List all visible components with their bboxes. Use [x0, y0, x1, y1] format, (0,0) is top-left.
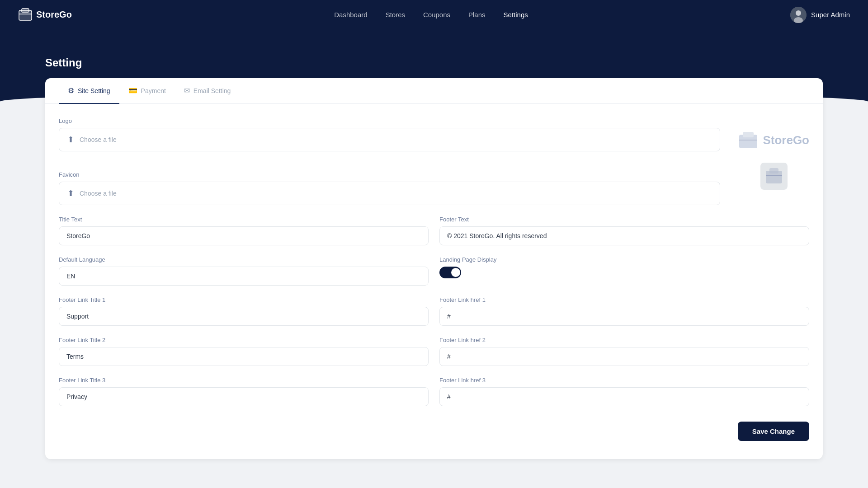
footer-link-2-section: Footer Link Title 2 Footer Link href 2 — [59, 337, 809, 366]
payment-icon: 💳 — [128, 86, 137, 95]
landing-page-display-wrapper: Landing Page Display — [439, 256, 809, 286]
tab-payment[interactable]: 💳 Payment — [119, 78, 175, 104]
toggle-thumb — [451, 268, 460, 277]
email-setting-icon: ✉ — [184, 86, 190, 95]
site-setting-icon: ⚙ — [68, 86, 74, 95]
card-content: Logo ⬆ Choose a file Favicon ⬆ Choose a … — [45, 104, 823, 459]
language-landing-section: Default Language Landing Page Display — [59, 256, 809, 286]
footer-text-field-wrapper: Footer Text — [439, 216, 809, 245]
landing-page-toggle[interactable] — [439, 267, 461, 278]
title-text-field-wrapper: Title Text — [59, 216, 429, 245]
header: StoreGo Dashboard Stores Coupons Plans S… — [0, 0, 868, 29]
footer-link-3-section: Footer Link Title 3 Footer Link href 3 — [59, 377, 809, 406]
landing-page-display-label: Landing Page Display — [439, 256, 809, 263]
tabs-bar: ⚙ Site Setting 💳 Payment ✉ Email Setting — [45, 78, 823, 104]
tab-site-setting-label: Site Setting — [78, 87, 110, 94]
nav-coupons[interactable]: Coupons — [423, 11, 450, 19]
page-wrapper: Setting ⚙ Site Setting 💳 Payment ✉ Email… — [0, 52, 868, 477]
title-text-input[interactable] — [59, 226, 429, 245]
footer-link-href-1-wrapper: Footer Link href 1 — [439, 296, 809, 326]
title-footer-section: Title Text Footer Text — [59, 216, 809, 245]
tab-email-setting[interactable]: ✉ Email Setting — [175, 78, 240, 104]
user-name: Super Admin — [811, 11, 850, 19]
preview-logo-icon — [738, 131, 758, 149]
footer-link-title-2-wrapper: Footer Link Title 2 — [59, 337, 429, 366]
brand-logo[interactable]: StoreGo — [18, 8, 72, 22]
footer-link-title-2-label: Footer Link Title 2 — [59, 337, 429, 343]
footer-link-href-1-label: Footer Link href 1 — [439, 296, 809, 303]
nav-stores[interactable]: Stores — [386, 11, 405, 19]
nav-dashboard[interactable]: Dashboard — [334, 11, 367, 19]
toggle-track — [439, 267, 461, 278]
footer-link-href-3-input[interactable] — [439, 387, 809, 406]
default-language-label: Default Language — [59, 256, 429, 263]
upload-icon-logo: ⬆ — [67, 135, 74, 145]
footer-link-title-1-label: Footer Link Title 1 — [59, 296, 429, 303]
title-text-label: Title Text — [59, 216, 429, 223]
footer-link-1-section: Footer Link Title 1 Footer Link href 1 — [59, 296, 809, 326]
tab-payment-label: Payment — [141, 87, 166, 94]
footer-link-href-3-label: Footer Link href 3 — [439, 377, 809, 384]
footer-text-label: Footer Text — [439, 216, 809, 223]
preview-favicon-icon — [765, 167, 783, 185]
user-menu[interactable]: Super Admin — [790, 7, 850, 23]
favicon-placeholder: Choose a file — [80, 190, 117, 197]
favicon-section: Favicon ⬆ Choose a file — [59, 171, 720, 205]
logo-section: Logo ⬆ Choose a file — [59, 117, 720, 151]
logo-upload[interactable]: ⬆ Choose a file — [59, 128, 720, 151]
page-title: Setting — [45, 52, 823, 69]
favicon-label: Favicon — [59, 171, 720, 178]
svg-rect-7 — [743, 132, 754, 137]
footer-text-input[interactable] — [439, 226, 809, 245]
logo-favicon-section: Logo ⬆ Choose a file Favicon ⬆ Choose a … — [59, 117, 809, 216]
storego-logo-preview: StoreGo — [738, 131, 809, 149]
logo-label: Logo — [59, 117, 720, 124]
footer-link-title-1-input[interactable] — [59, 307, 429, 326]
toggle-wrapper — [439, 267, 809, 278]
main-nav: Dashboard Stores Coupons Plans Settings — [334, 11, 528, 19]
avatar — [790, 7, 807, 23]
nav-settings[interactable]: Settings — [504, 11, 528, 19]
svg-rect-10 — [769, 168, 778, 174]
tab-email-setting-label: Email Setting — [193, 87, 231, 94]
default-language-wrapper: Default Language — [59, 256, 429, 286]
preview-side: StoreGo — [738, 117, 809, 190]
svg-point-4 — [796, 10, 801, 16]
footer-link-href-3-wrapper: Footer Link href 3 — [439, 377, 809, 406]
logo-icon — [18, 8, 33, 22]
tab-site-setting[interactable]: ⚙ Site Setting — [59, 78, 119, 104]
footer-link-title-3-label: Footer Link Title 3 — [59, 377, 429, 384]
footer-link-title-2-input[interactable] — [59, 347, 429, 366]
logo-placeholder: Choose a file — [80, 136, 117, 143]
footer-link-href-2-input[interactable] — [439, 347, 809, 366]
footer-link-href-2-label: Footer Link href 2 — [439, 337, 809, 343]
footer-link-title-1-wrapper: Footer Link Title 1 — [59, 296, 429, 326]
footer-link-href-1-input[interactable] — [439, 307, 809, 326]
save-change-button[interactable]: Save Change — [738, 422, 809, 441]
footer-link-title-3-wrapper: Footer Link Title 3 — [59, 377, 429, 406]
upload-icon-favicon: ⬆ — [67, 188, 74, 198]
settings-card: ⚙ Site Setting 💳 Payment ✉ Email Setting… — [45, 78, 823, 459]
logo-text: StoreGo — [36, 9, 72, 20]
form-actions: Save Change — [59, 417, 809, 441]
footer-link-href-2-wrapper: Footer Link href 2 — [439, 337, 809, 366]
svg-rect-1 — [22, 9, 29, 12]
upload-fields: Logo ⬆ Choose a file Favicon ⬆ Choose a … — [59, 117, 720, 216]
preview-logo-text: StoreGo — [763, 133, 809, 147]
default-language-input[interactable] — [59, 267, 429, 286]
favicon-preview — [760, 163, 788, 190]
favicon-upload[interactable]: ⬆ Choose a file — [59, 182, 720, 205]
nav-plans[interactable]: Plans — [468, 11, 486, 19]
footer-link-title-3-input[interactable] — [59, 387, 429, 406]
